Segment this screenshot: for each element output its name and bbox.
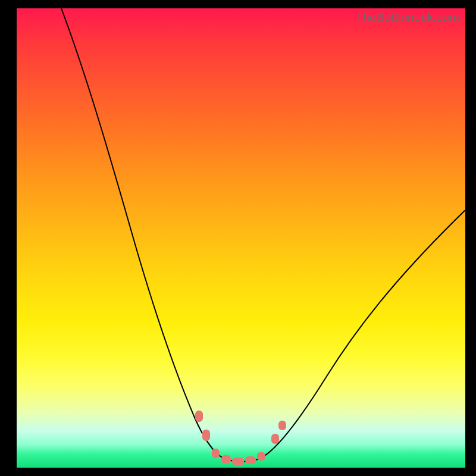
chart-frame: TheBottleneck.com [0, 0, 476, 476]
marker-dot [221, 455, 231, 464]
chart-svg [17, 8, 465, 468]
marker-dot [212, 449, 220, 458]
bottleneck-curve [61, 8, 465, 462]
marker-dot [202, 430, 210, 441]
marker-group [195, 411, 286, 465]
marker-dot [195, 411, 203, 422]
marker-dot [257, 452, 265, 461]
marker-dot [271, 434, 279, 444]
plot-area: TheBottleneck.com [17, 8, 465, 468]
marker-dot [278, 421, 286, 430]
marker-dot [232, 458, 244, 465]
marker-dot [245, 456, 256, 464]
